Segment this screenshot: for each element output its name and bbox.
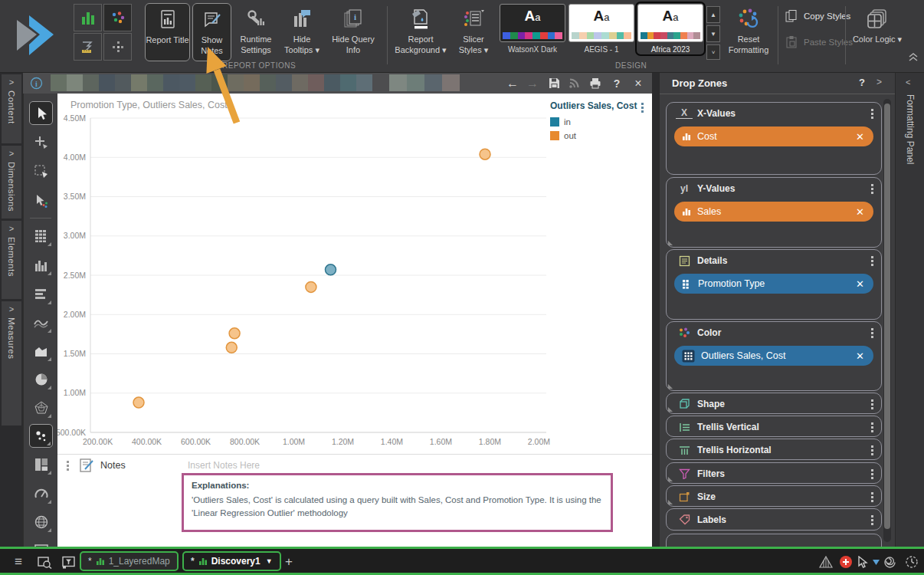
theme-card-watsonx-dark[interactable]: Aa WatsonX Dark bbox=[500, 4, 565, 54]
notes-input[interactable]: Insert Notes Here bbox=[188, 460, 260, 471]
report-background-button[interactable]: Report Background ▾ bbox=[394, 3, 447, 61]
copy-styles-button[interactable]: Copy Styles bbox=[785, 9, 850, 23]
map-globe-tool[interactable] bbox=[29, 510, 53, 534]
timer-clock-icon[interactable] bbox=[903, 551, 921, 573]
dropzone-details[interactable]: Details Promotion Type ✕ bbox=[666, 249, 882, 320]
dropzone-menu-icon[interactable] bbox=[871, 422, 873, 432]
remove-icon[interactable]: ✕ bbox=[856, 350, 864, 362]
mini-tornado-button[interactable] bbox=[74, 33, 102, 61]
formatting-panel-strip[interactable]: < Formatting Panel bbox=[895, 73, 924, 547]
themes-expand-button[interactable]: ˅ bbox=[706, 44, 720, 60]
sidebar-item-content[interactable]: > Content bbox=[2, 74, 21, 143]
dropzone-menu-icon[interactable] bbox=[871, 256, 873, 266]
grid-visual-tool[interactable] bbox=[29, 224, 53, 248]
info-icon[interactable]: i bbox=[28, 73, 44, 94]
content-explorer-icon[interactable] bbox=[35, 551, 54, 573]
hide-query-info-button[interactable]: i Hide Query Info bbox=[326, 3, 381, 61]
add-tool[interactable] bbox=[29, 130, 53, 154]
pill-sales[interactable]: Sales ✕ bbox=[674, 202, 873, 222]
bar-chart-tool[interactable] bbox=[29, 282, 53, 306]
close-report-icon[interactable]: × bbox=[630, 73, 647, 94]
scatter-point-out[interactable] bbox=[306, 281, 316, 292]
scatter-point-in[interactable] bbox=[325, 264, 336, 275]
dropzone-filters[interactable]: Filters bbox=[666, 462, 882, 484]
sidebar-item-dimensions[interactable]: > Dimensions bbox=[2, 146, 21, 219]
runtime-settings-button[interactable]: Runtime Settings bbox=[234, 3, 277, 61]
remove-icon[interactable]: ✕ bbox=[856, 206, 864, 218]
dropzone-size[interactable]: Size bbox=[666, 485, 882, 507]
dropzone-menu-icon[interactable] bbox=[871, 515, 873, 525]
notes-drag-handle[interactable] bbox=[67, 461, 69, 471]
dropzone-menu-icon[interactable] bbox=[871, 184, 873, 194]
pointer-dropdown-icon[interactable] bbox=[870, 551, 881, 573]
remove-icon[interactable]: ✕ bbox=[856, 278, 864, 290]
color-logic-button[interactable]: Color Logic ▾ bbox=[852, 3, 903, 61]
dropzone-menu-icon[interactable] bbox=[871, 492, 873, 502]
app-logo[interactable] bbox=[11, 11, 58, 58]
themes-scroll-down-button[interactable]: ▼ bbox=[706, 25, 720, 42]
mini-scatter-button[interactable] bbox=[103, 4, 132, 31]
tab-1-layeredmap[interactable]: * 1_LayeredMap bbox=[80, 551, 179, 571]
dropzone-labels[interactable]: Labels bbox=[666, 508, 882, 531]
pill-outliers[interactable]: Outliers Sales, Cost ✕ bbox=[674, 346, 873, 366]
scatter-point-out[interactable] bbox=[133, 397, 144, 408]
legend-item-in[interactable]: in bbox=[550, 117, 650, 127]
pill-promotion-type[interactable]: Promotion Type ✕ bbox=[674, 274, 873, 294]
dropzone-menu-icon[interactable] bbox=[871, 445, 873, 455]
ribbon-collapse-button[interactable] bbox=[907, 51, 919, 63]
gauge-tool[interactable] bbox=[29, 481, 53, 505]
interaction-pointer-tool[interactable] bbox=[29, 189, 53, 212]
undo-back-icon[interactable]: ← bbox=[504, 73, 521, 94]
dropzone-trellis-vertical[interactable]: Trellis Vertical bbox=[666, 416, 882, 437]
dropzone-menu-icon[interactable] bbox=[871, 399, 873, 409]
dropzone-shape[interactable]: Shape bbox=[666, 393, 882, 414]
redo-forward-icon[interactable]: → bbox=[524, 73, 541, 94]
scatter-chart-tool[interactable] bbox=[29, 424, 53, 448]
themes-scroll-up-button[interactable]: ▲ bbox=[706, 6, 720, 23]
column-chart-tool[interactable] bbox=[29, 253, 53, 277]
show-notes-button[interactable]: Show Notes bbox=[192, 3, 231, 61]
scatter-plot[interactable]: 4.50M4.00M3.50M3.00M2.50M2.00M1.50M1.00M… bbox=[57, 94, 652, 454]
report-title-button[interactable]: Report Title bbox=[145, 3, 190, 61]
pointer-mode-icon[interactable] bbox=[854, 551, 870, 573]
legend-menu-icon[interactable] bbox=[641, 103, 644, 113]
save-icon[interactable] bbox=[546, 73, 562, 94]
paste-styles-button[interactable]: Paste Styles bbox=[785, 35, 853, 49]
scatter-point-out[interactable] bbox=[229, 328, 240, 339]
tab-discovery1[interactable]: * Discovery1 ▼ bbox=[182, 551, 281, 571]
help-icon[interactable]: ? bbox=[608, 73, 625, 94]
dropzone-color[interactable]: Color Outliers Sales, Cost ✕ bbox=[666, 321, 882, 391]
sidebar-item-measures[interactable]: > Measures bbox=[2, 301, 21, 426]
radar-chart-tool[interactable] bbox=[29, 396, 53, 419]
marquee-select-tool[interactable] bbox=[29, 159, 53, 183]
scatter-point-out[interactable] bbox=[226, 342, 237, 353]
tab-dropdown-icon[interactable]: ▼ bbox=[266, 557, 273, 565]
legend-item-out[interactable]: out bbox=[550, 131, 650, 140]
spiral-loading-icon[interactable] bbox=[881, 551, 898, 573]
hide-tooltips-button[interactable]: Hide Tooltips ▾ bbox=[280, 3, 323, 61]
dropzone-trellis-horizontal[interactable]: Trellis Horizontal bbox=[666, 439, 882, 460]
panel-scrollbar[interactable] bbox=[883, 99, 891, 542]
reset-formatting-button[interactable]: Reset Formatting bbox=[724, 3, 773, 61]
mini-plus-dots-button[interactable] bbox=[103, 33, 132, 61]
pill-cost[interactable]: Cost ✕ bbox=[674, 127, 873, 146]
scrollbar-thumb[interactable] bbox=[884, 104, 890, 529]
notifications-badge[interactable] bbox=[837, 551, 854, 573]
pyramid-status-icon[interactable] bbox=[817, 551, 835, 573]
feed-icon[interactable] bbox=[565, 73, 582, 94]
remove-icon[interactable]: ✕ bbox=[856, 131, 864, 143]
sidebar-item-elements[interactable]: > Elements bbox=[2, 221, 21, 299]
mini-column-chart-button[interactable] bbox=[74, 4, 102, 31]
panel-collapse-icon[interactable]: > bbox=[876, 77, 882, 87]
theme-card-africa-2023[interactable]: Aa Africa 2023 bbox=[637, 4, 703, 54]
filter-window-icon[interactable] bbox=[59, 551, 77, 573]
dropzone-menu-icon[interactable] bbox=[871, 328, 873, 338]
menu-hamburger-icon[interactable]: ≡ bbox=[9, 551, 28, 573]
line-chart-tool[interactable] bbox=[29, 310, 53, 334]
pie-chart-tool[interactable] bbox=[29, 367, 53, 391]
theme-card-aegis-1[interactable]: Aa AEGIS - 1 bbox=[568, 4, 634, 54]
scatter-point-out[interactable] bbox=[480, 149, 490, 159]
area-chart-tool[interactable] bbox=[29, 339, 53, 363]
dropzone-menu-icon[interactable] bbox=[871, 109, 873, 119]
dropzone-x-values[interactable]: X X-Values Cost ✕ bbox=[666, 102, 882, 175]
